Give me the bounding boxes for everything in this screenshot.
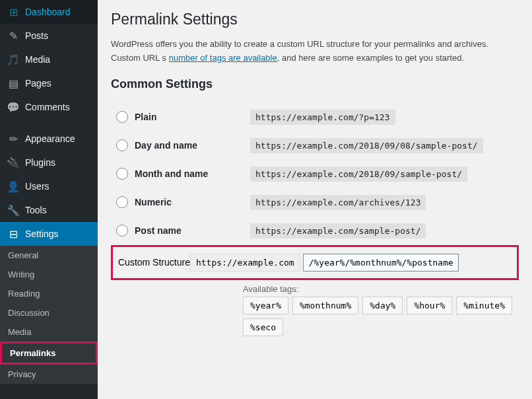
plug-icon: 🔌 [7,156,20,169]
sidebar-item-users[interactable]: 👤Users [0,174,98,198]
option-value: https://example.com/?p=123 [250,110,395,125]
option-custom-structure[interactable]: Custom Structure https://example.com [111,245,519,280]
sliders-icon: ⊟ [7,227,20,240]
radio-plain[interactable] [116,111,128,123]
option-label: Month and name [135,168,250,179]
sidebar-item-label: Plugins [25,157,55,168]
radio-numeric[interactable] [116,196,128,208]
tag-day[interactable]: %day% [362,297,403,314]
admin-sidebar: ⊞Dashboard ✎Posts 🎵Media ▤Pages 💬Comment… [0,0,98,399]
sidebar-item-label: Settings [25,229,59,239]
option-numeric[interactable]: Numeric https://example.com/archives/123 [111,188,519,217]
section-heading: Common Settings [111,77,519,91]
sidebar-sub-reading[interactable]: Reading [0,284,98,303]
custom-prefix: https://example.com [190,254,300,272]
sidebar-item-label: Pages [25,78,51,89]
dashboard-icon: ⊞ [7,5,20,18]
intro-post: , and here are some examples to get you … [277,53,464,63]
sidebar-item-label: Appearance [25,133,75,144]
comments-icon: 💬 [7,100,20,114]
option-value: https://example.com/archives/123 [250,195,426,210]
sidebar-item-label: Tools [25,205,47,215]
radio-month-name[interactable] [116,168,128,180]
radio-day-name[interactable] [116,139,128,151]
option-day-and-name[interactable]: Day and name https://example.com/2018/09… [111,131,519,160]
brush-icon: ✏ [7,132,20,145]
option-month-and-name[interactable]: Month and name https://example.com/2018/… [111,160,519,188]
sidebar-sub-general[interactable]: General [0,246,98,265]
option-label: Custom Structure [118,257,190,268]
sidebar-sub-writing[interactable]: Writing [0,265,98,284]
page-title: Permalink Settings [111,11,519,28]
option-label: Plain [135,112,250,122]
sidebar-item-label: Posts [25,30,48,41]
sidebar-sub-discussion[interactable]: Discussion [0,303,98,322]
option-value: https://example.com/2018/09/sample-post/ [250,166,467,182]
sidebar-item-label: Comments [25,102,70,112]
sidebar-item-label: Dashboard [25,7,71,17]
sidebar-item-pages[interactable]: ▤Pages [0,71,98,95]
radio-post-name[interactable] [116,225,128,236]
main-content: Permalink Settings WordPress offers you … [98,0,532,399]
sidebar-item-settings[interactable]: ⊟Settings [0,222,98,246]
option-label: Post name [135,225,250,236]
sidebar-item-plugins[interactable]: 🔌Plugins [0,151,98,174]
tag-second[interactable]: %seco [243,318,283,336]
sidebar-sub-privacy[interactable]: Privacy [0,365,98,384]
sidebar-item-media[interactable]: 🎵Media [0,48,98,71]
tag-hour[interactable]: %hour% [407,297,452,314]
option-value: https://example.com/2018/09/08/sample-po… [250,138,483,153]
media-icon: 🎵 [7,53,20,66]
wrench-icon: 🔧 [7,203,20,217]
sidebar-item-label: Users [25,181,50,192]
user-icon: 👤 [7,180,20,193]
tags-available-link[interactable]: number of tags are available [169,53,277,63]
sidebar-item-comments[interactable]: 💬Comments [0,95,98,119]
sidebar-item-dashboard[interactable]: ⊞Dashboard [0,0,98,24]
sidebar-item-tools[interactable]: 🔧Tools [0,198,98,222]
available-tags: %year% %monthnum% %day% %hour% %minute% … [243,297,519,336]
pages-icon: ▤ [7,77,20,90]
sidebar-item-label: Media [25,54,50,65]
option-label: Day and name [135,140,250,151]
sidebar-item-posts[interactable]: ✎Posts [0,24,98,48]
tag-monthnum[interactable]: %monthnum% [292,297,358,314]
tag-minute[interactable]: %minute% [456,297,512,314]
pin-icon: ✎ [7,29,20,42]
option-post-name[interactable]: Post name https://example.com/sample-pos… [111,217,519,245]
sidebar-item-appearance[interactable]: ✏Appearance [0,127,98,151]
custom-structure-input[interactable] [303,254,459,272]
intro-text: WordPress offers you the ability to crea… [111,38,519,65]
option-plain[interactable]: Plain https://example.com/?p=123 [111,103,519,131]
sidebar-sub-permalinks[interactable]: Permalinks [0,342,98,365]
tag-year[interactable]: %year% [243,297,288,314]
available-tags-label: Available tags: [243,284,519,294]
option-value: https://example.com/sample-post/ [250,223,426,238]
sidebar-sub-media[interactable]: Media [0,322,98,342]
option-label: Numeric [135,197,250,207]
